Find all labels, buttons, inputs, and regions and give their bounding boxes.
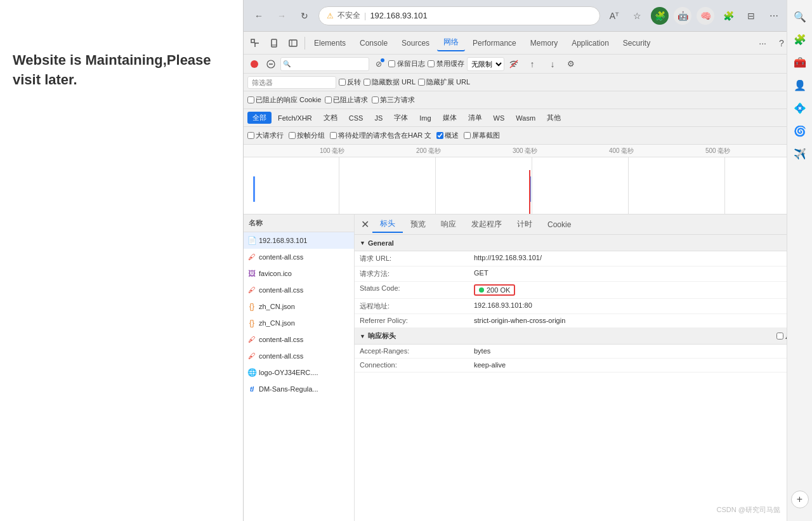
- tab-elements[interactable]: Elements: [308, 36, 352, 50]
- overview-option[interactable]: 概述: [436, 131, 459, 140]
- type-btn-fetch[interactable]: Fetch/XHR: [273, 113, 317, 123]
- type-btn-img[interactable]: Img: [414, 113, 436, 123]
- response-section-header[interactable]: ▼ 响应标头 原始: [355, 328, 804, 345]
- screenshot-checkbox[interactable]: [464, 132, 471, 139]
- large-rows-checkbox[interactable]: [247, 132, 254, 139]
- upload-btn[interactable]: ↑: [523, 55, 541, 73]
- preserve-log-label[interactable]: 保留日志: [388, 59, 425, 69]
- third-party-label[interactable]: 第三方请求: [372, 95, 415, 105]
- detail-close-btn[interactable]: ✕: [357, 217, 372, 232]
- type-btn-all[interactable]: 全部: [247, 112, 272, 124]
- sidebar-ext-5[interactable]: ✈️: [790, 143, 810, 164]
- file-item-5[interactable]: {} zh_CN.json: [244, 315, 354, 331]
- invert-checkbox[interactable]: [339, 79, 346, 86]
- type-btn-font[interactable]: 字体: [389, 112, 413, 124]
- detail-tab-headers[interactable]: 标头: [372, 216, 403, 233]
- toggle-sidebar-btn[interactable]: [284, 34, 302, 52]
- tab-console[interactable]: Console: [353, 36, 394, 50]
- type-btn-wasm[interactable]: Wasm: [511, 113, 540, 123]
- hide-data-url-checkbox[interactable]: [363, 79, 370, 86]
- blocked-cookie-label[interactable]: 已阻止的响应 Cookie: [247, 95, 321, 105]
- screenshot-option[interactable]: 屏幕截图: [464, 131, 500, 140]
- file-item-9[interactable]: tI DM-Sans-Regula...: [244, 381, 354, 397]
- type-btn-js[interactable]: JS: [369, 113, 388, 123]
- type-btn-media[interactable]: 媒体: [438, 112, 462, 124]
- forward-button[interactable]: →: [273, 7, 291, 25]
- ext-btn-1[interactable]: 🧩: [651, 7, 669, 25]
- ext-btn-2[interactable]: 🤖: [674, 7, 691, 25]
- detail-tab-timing[interactable]: 计时: [509, 216, 540, 232]
- sidebar-ext-1[interactable]: 🧩: [790, 29, 810, 49]
- back-button[interactable]: ←: [250, 7, 268, 25]
- sidebar-ext-3[interactable]: 💠: [790, 98, 810, 118]
- har-option[interactable]: 将待处理的请求包含在HAR 文: [330, 131, 431, 140]
- blocked-req-checkbox[interactable]: [325, 96, 332, 103]
- third-party-checkbox[interactable]: [372, 96, 379, 103]
- hide-data-url-label[interactable]: 隐藏数据 URL: [363, 77, 416, 87]
- blocked-cookie-checkbox[interactable]: [247, 96, 254, 103]
- group-by-frame-checkbox[interactable]: [289, 132, 296, 139]
- filter-search-input[interactable]: [247, 76, 336, 89]
- file-item-7[interactable]: 🖋 content-all.css: [244, 348, 354, 364]
- tab-memory[interactable]: Memory: [524, 36, 564, 50]
- original-checkbox[interactable]: [776, 333, 783, 340]
- download-btn[interactable]: ↓: [544, 55, 561, 73]
- invert-label[interactable]: 反转: [339, 77, 361, 87]
- wifi-disabled-btn[interactable]: [507, 57, 521, 71]
- split-button[interactable]: ⊟: [742, 7, 760, 25]
- translate-button[interactable]: Aᵀ: [605, 7, 623, 25]
- detail-tab-preview[interactable]: 预览: [403, 216, 433, 232]
- file-item-0[interactable]: 📄 192.168.93.101: [244, 232, 354, 249]
- type-btn-css[interactable]: CSS: [344, 113, 369, 123]
- sidebar-ext-2[interactable]: 🧰: [790, 52, 810, 72]
- overview-checkbox[interactable]: [436, 132, 443, 139]
- net-settings-btn[interactable]: ⚙: [564, 57, 578, 71]
- devtools-more-btn[interactable]: ···: [754, 36, 771, 51]
- sidebar-add-btn[interactable]: +: [791, 491, 809, 508]
- type-btn-doc[interactable]: 文档: [318, 112, 343, 124]
- file-item-3[interactable]: 🖋 content-all.css: [244, 282, 354, 298]
- file-item-8[interactable]: 🌐 logo-OYJ34ERC....: [244, 364, 354, 381]
- reload-button[interactable]: ↻: [296, 7, 313, 25]
- tab-security[interactable]: Security: [617, 36, 657, 50]
- sidebar-search-btn[interactable]: 🔍: [790, 6, 810, 27]
- type-btn-manifest[interactable]: 清单: [463, 112, 487, 124]
- inspect-element-btn[interactable]: [246, 34, 264, 52]
- type-btn-ws[interactable]: WS: [488, 113, 510, 123]
- file-item-1[interactable]: 🖋 content-all.css: [244, 249, 354, 265]
- disable-cache-label[interactable]: 禁用缓存: [428, 59, 464, 69]
- group-by-frame-option[interactable]: 按帧分组: [289, 131, 325, 140]
- hide-ext-url-checkbox[interactable]: [418, 79, 425, 86]
- network-filter-input[interactable]: [280, 57, 369, 71]
- record-btn[interactable]: [247, 57, 261, 71]
- throttle-select[interactable]: 无限制: [467, 57, 504, 71]
- device-toolbar-btn[interactable]: [265, 34, 283, 52]
- file-item-2[interactable]: 🖼 favicon.ico: [244, 265, 354, 282]
- har-checkbox[interactable]: [330, 132, 337, 139]
- type-btn-other[interactable]: 其他: [542, 112, 566, 124]
- detail-tab-response[interactable]: 响应: [433, 216, 464, 232]
- file-item-6[interactable]: 🖋 content-all.css: [244, 331, 354, 348]
- large-rows-option[interactable]: 大请求行: [247, 131, 284, 140]
- tab-application[interactable]: Application: [565, 36, 615, 50]
- tab-network[interactable]: 网络: [437, 34, 465, 51]
- sidebar-ext-4[interactable]: 🌀: [790, 121, 810, 141]
- more-button[interactable]: ⋯: [765, 7, 783, 25]
- detail-tab-cookie[interactable]: Cookie: [540, 218, 579, 232]
- general-section-header[interactable]: ▼ General: [355, 235, 804, 251]
- bookmark-button[interactable]: ☆: [628, 7, 646, 25]
- filter-badge-btn[interactable]: ⊘: [372, 57, 386, 71]
- tab-sources[interactable]: Sources: [395, 36, 436, 50]
- blocked-req-label[interactable]: 已阻止请求: [325, 95, 368, 105]
- preserve-log-checkbox[interactable]: [388, 60, 395, 67]
- file-item-4[interactable]: {} zh_CN.json: [244, 298, 354, 315]
- disable-cache-checkbox[interactable]: [428, 60, 435, 67]
- extensions-button[interactable]: 🧩: [719, 7, 737, 25]
- hide-ext-url-label[interactable]: 隐藏扩展 URL: [418, 77, 470, 87]
- clear-btn[interactable]: [264, 57, 278, 71]
- tab-performance[interactable]: Performance: [466, 36, 523, 50]
- ext-btn-3[interactable]: 🧠: [697, 7, 714, 25]
- address-bar[interactable]: ⚠ 不安全 | 192.168.93.101: [318, 6, 600, 25]
- detail-tab-initiator[interactable]: 发起程序: [464, 216, 509, 232]
- sidebar-person-btn[interactable]: 👤: [790, 75, 810, 95]
